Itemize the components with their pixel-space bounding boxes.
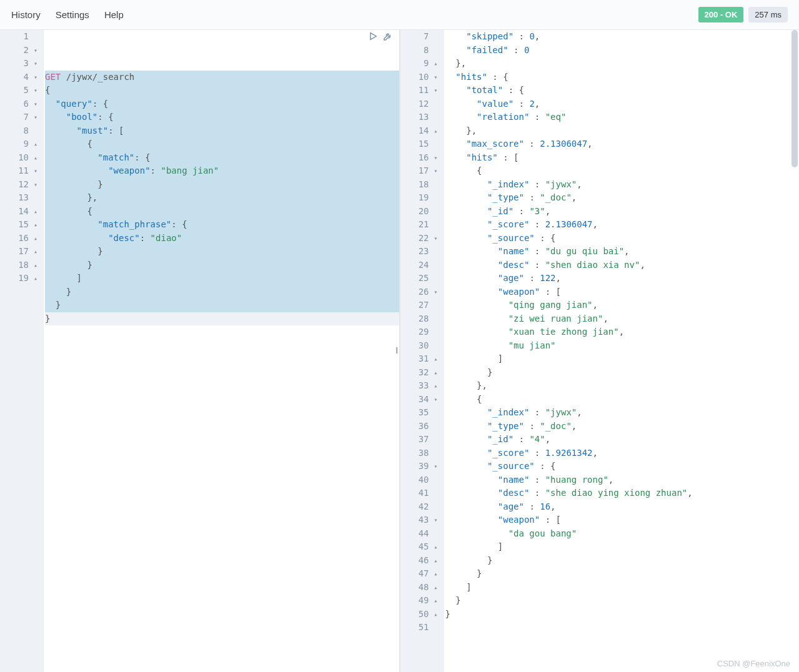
code-line[interactable]: "zi wei ruan jian", [445,312,800,326]
fold-toggle-icon[interactable]: ▾ [31,97,37,111]
code-line[interactable]: "skipped" : 0, [445,30,800,44]
pane-resize-handle[interactable]: || [396,346,397,353]
code-line[interactable] [445,621,800,635]
code-line[interactable]: } [445,366,800,380]
code-line[interactable]: GET /jywx/_search [45,71,399,84]
fold-toggle-icon[interactable]: ▾ [432,285,438,299]
fold-toggle-icon[interactable]: ▴ [31,245,37,259]
request-editor[interactable]: GET /jywx/_search{ "query": { "bool": { … [44,30,399,672]
code-line[interactable]: } [445,608,800,621]
menu-settings[interactable]: Settings [56,9,89,20]
code-line[interactable]: "relation" : "eq" [445,111,800,124]
code-line[interactable]: { [45,137,399,151]
code-line[interactable]: } [45,299,399,312]
fold-toggle-icon[interactable]: ▾ [31,164,37,178]
code-line[interactable]: { [445,164,800,178]
code-line[interactable]: "_source" : { [445,460,800,473]
code-line[interactable]: }, [445,57,800,71]
timing-badge[interactable]: 257 ms [748,7,788,22]
fold-toggle-icon[interactable]: ▾ [31,111,37,124]
code-line[interactable]: "desc" : "shen diao xia nv", [445,259,800,272]
fold-toggle-icon[interactable]: ▾ [432,164,438,178]
fold-toggle-icon[interactable]: ▾ [432,71,438,84]
run-icon[interactable] [368,31,378,46]
fold-toggle-icon[interactable]: ▾ [31,178,37,192]
code-line[interactable]: "match": { [45,151,399,165]
fold-toggle-icon[interactable]: ▴ [31,205,37,219]
fold-toggle-icon[interactable]: ▾ [31,71,37,84]
fold-toggle-icon[interactable]: ▾ [432,460,438,473]
code-line[interactable]: "desc" : "she diao ying xiong zhuan", [445,487,800,500]
code-line[interactable]: "hits" : { [445,71,800,84]
code-line[interactable]: "max_score" : 2.1306047, [445,137,800,151]
code-line[interactable]: "_id" : "4", [445,433,800,447]
fold-toggle-icon[interactable]: ▴ [31,151,37,165]
code-line[interactable]: "_type" : "_doc", [445,191,800,205]
fold-toggle-icon[interactable]: ▴ [31,259,37,272]
code-line[interactable]: { [45,205,399,219]
fold-toggle-icon[interactable]: ▴ [31,272,37,285]
fold-toggle-icon[interactable]: ▴ [31,218,37,232]
fold-toggle-icon[interactable]: ▴ [432,581,438,595]
code-line[interactable]: } [445,594,800,608]
fold-toggle-icon[interactable]: ▾ [432,232,438,245]
code-line[interactable]: "bool": { [45,111,399,124]
code-line[interactable]: } [45,259,399,272]
code-line[interactable]: } [45,312,399,326]
code-line[interactable]: } [445,554,800,568]
fold-toggle-icon[interactable]: ▴ [432,554,438,568]
code-line[interactable]: "_index" : "jywx", [445,178,800,192]
code-line[interactable]: "_source" : { [445,232,800,245]
code-line[interactable]: ] [445,352,800,366]
code-line[interactable]: "failed" : 0 [445,44,800,57]
code-line[interactable]: }, [445,379,800,393]
code-line[interactable]: "_index" : "jywx", [445,406,800,420]
code-line[interactable]: ] [445,540,800,554]
code-line[interactable]: "value" : 2, [445,97,800,111]
code-line[interactable]: "total" : { [445,84,800,97]
fold-toggle-icon[interactable]: ▾ [31,84,37,97]
status-badge[interactable]: 200 - OK [698,7,744,22]
fold-toggle-icon[interactable]: ▴ [432,124,438,138]
fold-toggle-icon[interactable]: ▴ [432,57,438,71]
code-line[interactable]: "age" : 122, [445,272,800,285]
code-line[interactable]: "weapon" : [ [445,513,800,527]
code-line[interactable]: "mu jian" [445,339,800,353]
menu-help[interactable]: Help [104,9,124,20]
code-line[interactable]: "_id" : "3", [445,205,800,219]
code-line[interactable]: } [445,567,800,581]
fold-toggle-icon[interactable]: ▾ [31,57,37,71]
fold-toggle-icon[interactable]: ▴ [432,366,438,380]
code-line[interactable]: "match_phrase": { [45,218,399,232]
code-line[interactable]: { [45,84,399,97]
code-line[interactable]: "weapon": "bang jian" [45,164,399,178]
fold-toggle-icon[interactable]: ▴ [432,379,438,393]
fold-toggle-icon[interactable]: ▴ [432,608,438,621]
fold-toggle-icon[interactable]: ▾ [432,84,438,97]
fold-toggle-icon[interactable]: ▴ [432,352,438,366]
code-line[interactable]: } [45,178,399,192]
menu-history[interactable]: History [11,9,41,20]
code-line[interactable]: "must": [ [45,124,399,138]
response-viewer[interactable]: "skipped" : 0, "failed" : 0 }, "hits" : … [444,30,800,672]
code-line[interactable]: "qing gang jian", [445,299,800,312]
code-line[interactable]: } [45,245,399,259]
code-line[interactable]: ] [45,272,399,285]
fold-toggle-icon[interactable]: ▴ [432,540,438,554]
wrench-icon[interactable] [383,31,393,46]
fold-toggle-icon[interactable]: ▴ [31,232,37,245]
code-line[interactable]: "name" : "huang rong", [445,473,800,487]
code-line[interactable]: }, [45,191,399,205]
code-line[interactable]: "da gou bang" [445,527,800,541]
code-line[interactable]: "weapon" : [ [445,285,800,299]
response-scrollbar-thumb[interactable] [792,30,798,167]
fold-toggle-icon[interactable]: ▾ [432,151,438,165]
fold-toggle-icon[interactable]: ▴ [31,137,37,151]
code-line[interactable]: "xuan tie zhong jian", [445,325,800,339]
code-line[interactable]: { [445,393,800,407]
code-line[interactable]: ] [445,581,800,595]
code-line[interactable]: } [45,285,399,299]
fold-toggle-icon[interactable]: ▴ [432,594,438,608]
code-line[interactable]: "query": { [45,97,399,111]
code-line[interactable]: "_type" : "_doc", [445,420,800,433]
